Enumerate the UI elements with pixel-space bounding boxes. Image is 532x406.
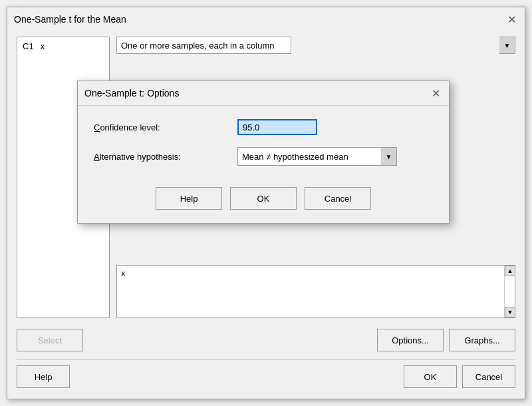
col-name: x	[41, 41, 45, 51]
options-buttons-row: Help OK Cancel	[78, 179, 449, 223]
alt-hypothesis-wrapper: Mean ≠ hypothesized mean Mean < hypothes…	[237, 147, 397, 166]
scroll-down-button[interactable]: ▼	[505, 307, 515, 317]
options-ok-button[interactable]: OK	[230, 187, 297, 210]
help-button[interactable]: Help	[17, 365, 70, 388]
confidence-level-input[interactable]	[237, 119, 317, 135]
samples-textbox: x ▲ ▼	[116, 265, 515, 318]
alt-hypothesis-label: Alternative hypothesis:	[94, 152, 227, 162]
options-titlebar: One-Sample t: Options ✕	[78, 81, 449, 106]
samples-textbox-content: x	[117, 266, 504, 317]
ok-button[interactable]: OK	[404, 365, 457, 388]
scroll-up-button[interactable]: ▲	[505, 266, 515, 276]
confidence-level-row: Confidence level:	[94, 119, 433, 135]
alt-hypothesis-dropdown[interactable]: Mean ≠ hypothesized mean Mean < hypothes…	[237, 147, 397, 166]
alt-hypothesis-row: Alternative hypothesis: Mean ≠ hypothesi…	[94, 147, 433, 166]
options-cancel-button[interactable]: Cancel	[305, 187, 371, 210]
cancel-button[interactable]: Cancel	[462, 365, 515, 388]
list-item: C1 x	[20, 40, 106, 53]
samples-text-value: x	[121, 268, 126, 278]
confidence-level-label: Confidence level:	[94, 122, 227, 132]
main-dialog: One-Sample t for the Mean ✕ C1 x One or …	[7, 7, 525, 399]
main-titlebar: One-Sample t for the Mean ✕	[7, 7, 525, 31]
options-dialog-title: One-Sample t: Options	[84, 88, 179, 99]
samples-dropdown-arrow-icon: ▼	[499, 37, 515, 54]
main-close-button[interactable]: ✕	[505, 13, 518, 26]
options-close-button[interactable]: ✕	[429, 87, 442, 100]
col-id: C1	[23, 41, 34, 51]
options-dialog: One-Sample t: Options ✕ Confidence level…	[77, 81, 450, 224]
scrollbar: ▲ ▼	[504, 266, 515, 317]
options-button[interactable]: Options...	[377, 329, 444, 351]
options-help-button[interactable]: Help	[156, 187, 222, 210]
samples-dropdown[interactable]: One or more samples, each in a column	[116, 37, 291, 54]
main-action-buttons: Help OK Cancel	[17, 359, 515, 393]
main-dialog-title: One-Sample t for the Mean	[14, 14, 126, 25]
select-button[interactable]: Select	[17, 329, 83, 351]
options-body: Confidence level: Alternative hypothesis…	[78, 106, 449, 179]
action-buttons-row: Select Options... Graphs...	[17, 323, 515, 354]
graphs-button[interactable]: Graphs...	[449, 329, 515, 351]
